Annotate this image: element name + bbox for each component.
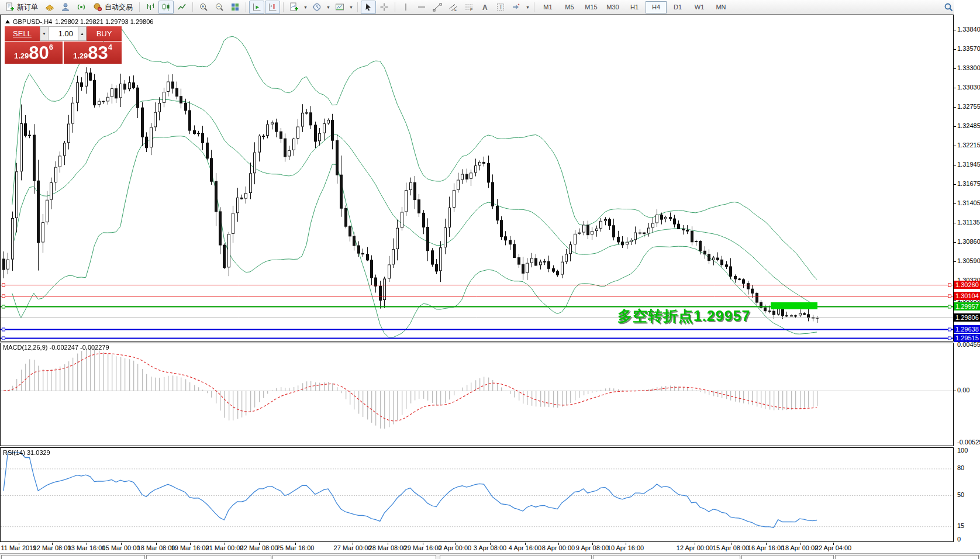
price-tick-label: 1.33570: [957, 45, 980, 52]
timeframe-button-h1[interactable]: H1: [624, 1, 645, 13]
window-tab[interactable]: [1, 555, 145, 559]
buy-button[interactable]: BUY: [87, 26, 122, 41]
time-tick-label: 11 Mar 2019: [1, 544, 37, 551]
tile-windows-button[interactable]: [227, 1, 243, 14]
templates-button[interactable]: [332, 1, 347, 14]
rsi-scale-label: 100: [957, 447, 968, 454]
price-tick-mark: [954, 49, 956, 50]
window-tab[interactable]: [593, 555, 740, 559]
window-tab[interactable]: [835, 555, 979, 559]
rsi-canvas[interactable]: [1, 448, 953, 541]
arrows-dropdown-arrow[interactable]: ▼: [524, 1, 531, 13]
auto-scroll-icon: [252, 2, 261, 12]
price-tick-mark: [954, 300, 956, 301]
macd-label: MACD(12,26,9) -0.002247 -0.002279: [3, 344, 109, 351]
indicators-dropdown-arrow[interactable]: ▼: [302, 1, 309, 13]
window-tab[interactable]: [741, 555, 834, 559]
crosshair-button[interactable]: [377, 1, 392, 14]
macd-canvas[interactable]: [1, 343, 953, 446]
zoom-in-button[interactable]: [196, 1, 211, 14]
time-tick-label: 29 Mar 16:00: [404, 544, 442, 551]
volume-input[interactable]: [49, 26, 78, 41]
sell-price[interactable]: 1.29806: [5, 42, 63, 64]
fibonacci-button[interactable]: F: [461, 1, 477, 14]
timeframe-button-d1[interactable]: D1: [667, 1, 688, 13]
timeframe-button-h4[interactable]: H4: [646, 1, 667, 13]
timeframe-button-mn[interactable]: MN: [710, 1, 731, 13]
sell-button[interactable]: SELL: [5, 26, 40, 41]
time-tick-label: 13 Mar 16:00: [68, 544, 106, 551]
auto-trading-button[interactable]: 自动交易: [89, 1, 136, 14]
time-axis[interactable]: 11 Mar 201912 Mar 08:0013 Mar 16:0015 Ma…: [0, 543, 954, 553]
periods-button[interactable]: [309, 1, 325, 14]
price-tick-mark: [954, 165, 956, 165]
rsi-value: 31.0329: [27, 449, 50, 456]
templates-dropdown-arrow[interactable]: ▼: [348, 1, 354, 13]
auto-scroll-button[interactable]: [249, 1, 264, 14]
timeframe-button-m1[interactable]: M1: [537, 1, 558, 13]
timeframe-button-m5[interactable]: M5: [559, 1, 580, 13]
price-tick-mark: [954, 223, 956, 223]
time-tick-label: 3 Apr 08:00: [474, 544, 506, 551]
buy-price[interactable]: 1.29834: [64, 42, 122, 64]
periods-dropdown-arrow[interactable]: ▼: [325, 1, 332, 13]
time-tick-label: 19 Mar 16:00: [171, 544, 209, 551]
volume-increase-button[interactable]: ▲: [78, 26, 87, 41]
line-chart-button[interactable]: [174, 1, 189, 14]
text-label-button[interactable]: T: [493, 1, 508, 14]
time-tick-label: 18 Mar 08:00: [137, 544, 175, 551]
arrows-icon: [512, 2, 521, 12]
zoom-out-button[interactable]: [212, 1, 227, 14]
vertical-line-button[interactable]: [398, 1, 413, 14]
toolbar-separator: [357, 2, 358, 12]
hline-price-label: 1.29957: [954, 302, 980, 310]
candlestick-chart-button[interactable]: [158, 1, 174, 14]
svg-text:T: T: [499, 4, 503, 11]
indicators-button[interactable]: [287, 1, 302, 14]
price-tick-label: 1.32215: [957, 142, 980, 149]
price-tick-mark: [954, 68, 956, 69]
volume-decrease-button[interactable]: ▼: [40, 26, 49, 41]
time-tick-label: 22 Apr 04:00: [815, 544, 851, 551]
price-axis[interactable]: 1.338401.335701.333001.330301.327551.324…: [954, 0, 980, 559]
time-tick-label: 21 Mar 00:00: [206, 544, 244, 551]
horizontal-line-button[interactable]: [414, 1, 429, 14]
timeframe-button-m15[interactable]: M15: [581, 1, 602, 13]
indicators-icon: [289, 2, 299, 12]
window-tab-bar: [0, 553, 980, 559]
channel-button[interactable]: E: [446, 1, 461, 14]
timeframe-button-m30[interactable]: M30: [602, 1, 623, 13]
arrows-button[interactable]: [509, 1, 524, 14]
toolbar-separator: [192, 2, 193, 12]
signals-button[interactable]: [74, 1, 89, 14]
time-tick-label: 9 Apr 08:00: [576, 544, 609, 551]
zoom-in-icon: [199, 2, 208, 12]
time-tick-label: 10 Apr 16:00: [608, 544, 644, 551]
price-tick-label: 1.31405: [957, 199, 980, 206]
marketplace-button[interactable]: [42, 1, 57, 14]
vertical-line-icon: [401, 2, 410, 12]
trendline-icon: [433, 2, 442, 12]
new-order-button[interactable]: 新订单: [2, 1, 42, 14]
bar-chart-button[interactable]: [143, 1, 158, 14]
profile-button[interactable]: [58, 1, 73, 14]
window-tab[interactable]: [440, 555, 592, 559]
window-tab[interactable]: [272, 555, 436, 559]
buy-price-big: 83: [88, 44, 108, 62]
price-tick-label: 1.32755: [957, 103, 980, 110]
cursor-button[interactable]: [361, 1, 376, 14]
trendline-button[interactable]: [430, 1, 445, 14]
rsi-scale-label: 0: [957, 536, 961, 543]
window-tab[interactable]: [146, 555, 271, 559]
horizontal-line-icon: [417, 2, 426, 12]
collapse-triangle-icon[interactable]: [5, 20, 10, 23]
timeframe-button-w1[interactable]: W1: [689, 1, 710, 13]
zoom-out-icon: [215, 2, 224, 12]
time-tick-label: 12 Mar 08:00: [33, 544, 71, 551]
main-chart-canvas[interactable]: [1, 15, 953, 341]
fibonacci-icon: F: [464, 2, 474, 12]
svg-text:A: A: [482, 4, 488, 12]
chart-title: GBPUSD-,H4 1.29802 1.29821 1.29793 1.298…: [5, 18, 153, 25]
chart-shift-button[interactable]: [265, 1, 280, 14]
text-button[interactable]: A: [477, 1, 492, 14]
